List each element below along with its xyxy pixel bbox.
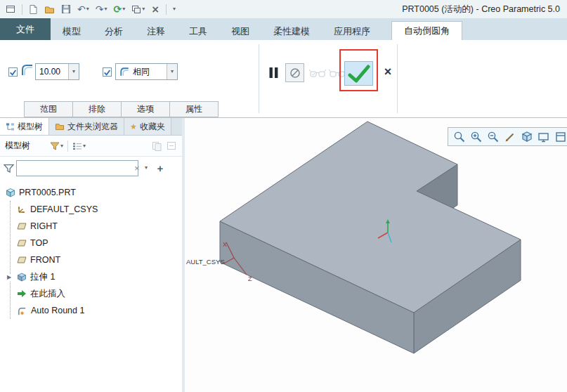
model-tree-icon: [6, 122, 15, 131]
csys-label: AULT_CSYS: [186, 258, 225, 266]
tab-flexible-modeling[interactable]: 柔性建模: [261, 22, 322, 40]
no-preview-button[interactable]: [285, 63, 304, 82]
tree-item-extrude-1[interactable]: ▶ 拉伸 1: [17, 268, 182, 285]
tree-item-right-plane[interactable]: RIGHT: [17, 218, 182, 235]
repaint-button[interactable]: [502, 129, 518, 144]
csys-icon: [17, 204, 27, 214]
display-style-button[interactable]: [519, 129, 535, 144]
graphics-viewport[interactable]: X Z AULT_CSYS: [185, 118, 567, 392]
tree-item-part[interactable]: PRT0005.PRT: [6, 184, 182, 201]
tab-applications[interactable]: 应用程序: [322, 22, 382, 40]
ok-button[interactable]: [344, 61, 373, 86]
extrude-icon: [17, 272, 27, 282]
saved-orientations-button[interactable]: [536, 129, 552, 144]
tab-file[interactable]: 文件: [0, 18, 51, 40]
ribbon-tab-strip: 文件 模型 分析 注释 工具 视图 柔性建模 应用程序 自动倒圆角: [0, 18, 567, 40]
separator: [22, 4, 22, 15]
save-button[interactable]: [60, 2, 72, 16]
zoom-in-button[interactable]: [469, 129, 484, 144]
tree-children: DEFAULT_CSYS RIGHT TOP FRONT: [10, 201, 182, 319]
radius-checkbox[interactable]: [8, 67, 18, 77]
same-round-icon: [119, 67, 130, 77]
tree-item-default-csys[interactable]: DEFAULT_CSYS: [17, 201, 182, 218]
round-edge-icon: [20, 63, 34, 79]
favorites-star-icon: ★: [130, 122, 137, 131]
verify-preview-icon: [308, 67, 327, 79]
radius-combo-arrow[interactable]: ▾: [68, 64, 79, 79]
axis-x-label: X: [223, 241, 227, 248]
graphics-toolbar: [448, 127, 567, 146]
separator: [397, 44, 398, 113]
expand-tree-icon: [152, 141, 162, 151]
plane-icon: [17, 221, 27, 231]
tree-item-front-plane[interactable]: FRONT: [17, 251, 182, 268]
cancel-button[interactable]: ×: [380, 63, 396, 80]
plane-icon: [17, 255, 27, 265]
radius-combo[interactable]: 10.00 ▾: [35, 63, 79, 80]
add-filter-button[interactable]: +: [154, 161, 167, 176]
customize-toolbar-button[interactable]: ▾: [171, 2, 177, 16]
open-file-button[interactable]: [43, 2, 56, 16]
zoom-region-button[interactable]: [452, 129, 467, 144]
new-file-button[interactable]: [27, 2, 39, 16]
subtab-properties[interactable]: 属性: [169, 101, 219, 117]
view-manager-button[interactable]: [553, 129, 567, 144]
model-tree-title: 模型树: [5, 140, 30, 152]
tree-item-top-plane[interactable]: TOP: [17, 235, 182, 251]
close-window-button[interactable]: ×: [150, 2, 161, 16]
tree-settings-button[interactable]: ▾: [72, 141, 86, 151]
plane-icon: [17, 238, 27, 248]
regenerate-button[interactable]: ⟳▾: [112, 2, 127, 16]
title-bar: ↶▾ ↷▾ ⟳▾ ▾ × ▾ PRT0005 (活动的) - Creo Para…: [0, 0, 567, 18]
tree-item-auto-round-1[interactable]: Auto Round 1: [17, 302, 182, 319]
insert-here-icon: [17, 289, 27, 299]
tab-favorites[interactable]: ★ 收藏夹: [124, 118, 171, 135]
tab-model-tree[interactable]: 模型树: [0, 118, 49, 135]
creo-window: ↶▾ ↷▾ ⟳▾ ▾ × ▾ PRT0005 (活动的) - Creo Para…: [0, 0, 567, 392]
same-combo[interactable]: 相同 ▾: [115, 63, 178, 80]
separator: [259, 44, 259, 113]
tree-filter-button[interactable]: ▾: [50, 141, 63, 151]
undo-button[interactable]: ↶▾: [76, 2, 91, 16]
tab-view[interactable]: 视图: [219, 22, 261, 40]
windows-button[interactable]: ▾: [130, 2, 146, 16]
quick-access-toolbar: ↶▾ ↷▾ ⟳▾ ▾ × ▾: [4, 0, 177, 18]
expand-arrow-icon[interactable]: ▶: [7, 274, 11, 281]
tree-item-insert-here[interactable]: 在此插入: [17, 285, 182, 302]
tree-search-box: ×: [16, 160, 138, 176]
tab-tools[interactable]: 工具: [177, 22, 219, 40]
clear-search-icon[interactable]: ×: [131, 164, 143, 173]
pause-button[interactable]: [266, 65, 280, 79]
3d-scene[interactable]: X Z AULT_CSYS: [185, 118, 567, 392]
window-title: PRT0005 (活动的) - Creo Parametric 5.0: [402, 0, 560, 18]
tab-annotate[interactable]: 注释: [135, 22, 177, 40]
radius-value: 10.00: [36, 67, 68, 77]
zoom-out-button[interactable]: [485, 129, 501, 144]
tab-analysis[interactable]: 分析: [93, 22, 135, 40]
same-combo-arrow[interactable]: ▾: [167, 64, 177, 79]
tab-folder-browser[interactable]: 文件夹浏览器: [49, 118, 124, 135]
same-value: 相同: [116, 66, 167, 78]
same-checkbox[interactable]: [103, 67, 112, 77]
subtab-exclude[interactable]: 排除: [72, 101, 122, 117]
dashboard-subtabs: 范围 排除 选项 属性: [24, 101, 218, 117]
tree-search-input[interactable]: [17, 161, 131, 176]
tab-model[interactable]: 模型: [51, 22, 93, 40]
tree-search-row: × ▾ +: [0, 157, 182, 179]
model-tree: PRT0005.PRT DEFAULT_CSYS RIGHT TOP: [0, 179, 182, 319]
main-area: 模型树 文件夹浏览器 ★ 收藏夹 模型树 ▾: [0, 118, 567, 392]
preview-glasses-icon: [327, 67, 346, 79]
search-funnel-icon: [4, 163, 14, 174]
navigator-panel: 模型树 文件夹浏览器 ★ 收藏夹 模型树 ▾: [0, 118, 182, 392]
folder-icon: [55, 122, 65, 131]
subtab-references[interactable]: 范围: [24, 101, 73, 117]
separator: [67, 141, 68, 152]
subtab-options[interactable]: 选项: [121, 101, 170, 117]
tab-auto-round[interactable]: 自动倒圆角: [391, 21, 462, 40]
auto-round-dashboard: 10.00 ▾ 相同 ▾ ×: [0, 40, 567, 118]
separator: [166, 4, 167, 15]
settings-list-icon: [72, 141, 82, 151]
app-window-icon: [4, 2, 17, 16]
axis-z-label: Z: [248, 275, 252, 282]
redo-button[interactable]: ↷▾: [94, 2, 109, 16]
